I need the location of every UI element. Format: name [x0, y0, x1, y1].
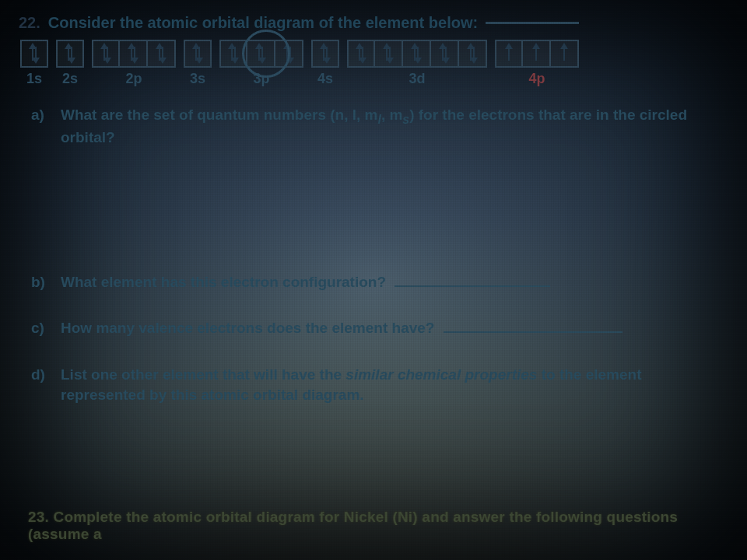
answer-blank-c[interactable] [444, 331, 622, 333]
orbital-label-3s: 3s [190, 71, 205, 88]
title-blank-line [486, 22, 579, 24]
subquestion-d-letter: d) [31, 365, 50, 404]
orbital-box [120, 40, 148, 68]
orbital-label-4p: 4p [528, 71, 545, 88]
subquestion-d: d) List one other element that will have… [31, 365, 728, 404]
orbital-box [459, 40, 487, 68]
orbital-box [20, 40, 48, 68]
orbital-group-2p: 2p [92, 40, 176, 88]
answer-blank-b[interactable] [395, 285, 550, 287]
subquestion-a: a) What are the set of quantum numbers (… [31, 105, 728, 148]
orbital-box [311, 40, 339, 68]
subquestion-c-letter: c) [31, 318, 50, 338]
orbital-boxes-1s [20, 40, 48, 68]
orbital-box [275, 40, 303, 68]
subquestion-c: c) How many valence electrons does the e… [31, 318, 728, 338]
orbital-label-3p: 3p [253, 71, 269, 88]
subquestion-b-text: What element has this electron configura… [61, 272, 728, 292]
question-23-partial: 23. Complete the atomic orbital diagram … [28, 509, 736, 543]
orbital-boxes-4p [495, 40, 579, 68]
orbital-box [92, 40, 120, 68]
orbital-label-4s: 4s [317, 71, 333, 88]
subquestion-b: b) What element has this electron config… [31, 272, 728, 292]
orbital-box [347, 40, 375, 68]
orbital-box [148, 40, 176, 68]
orbital-boxes-3s [184, 40, 212, 68]
orbital-diagram: 1s2s2p3s3p4s3d4p [20, 40, 728, 88]
orbital-box [403, 40, 431, 68]
question-22-title-row: 22. Consider the atomic orbital diagram … [19, 14, 728, 32]
orbital-box [56, 40, 84, 68]
orbital-boxes-4s [311, 40, 339, 68]
subquestion-a-letter: a) [31, 105, 50, 148]
orbital-label-2p: 2p [125, 71, 142, 88]
subquestion-a-text: What are the set of quantum numbers (n, … [61, 105, 728, 148]
orbital-group-3p: 3p [219, 40, 303, 88]
question-number: 22. [19, 14, 40, 32]
orbital-box [219, 40, 247, 68]
orbital-group-2s: 2s [56, 40, 84, 88]
orbital-box [551, 40, 579, 68]
orbital-boxes-3d [347, 40, 487, 68]
question-title: Consider the atomic orbital diagram of t… [48, 14, 478, 32]
orbital-box [375, 40, 403, 68]
subquestion-c-text: How many valence electrons does the elem… [61, 318, 728, 338]
orbital-group-4p: 4p [495, 40, 579, 88]
orbital-boxes-3p [219, 40, 303, 68]
orbital-label-2s: 2s [62, 71, 78, 88]
subquestion-d-text: List one other element that will have th… [61, 365, 728, 404]
orbital-group-3d: 3d [347, 40, 487, 88]
orbital-label-1s: 1s [26, 71, 42, 88]
orbital-group-3s: 3s [184, 40, 212, 88]
orbital-boxes-2s [56, 40, 84, 68]
orbital-label-3d: 3d [409, 71, 425, 88]
orbital-boxes-2p [92, 40, 176, 68]
orbital-group-1s: 1s [20, 40, 48, 88]
orbital-box [184, 40, 212, 68]
orbital-box [247, 40, 275, 68]
orbital-group-4s: 4s [311, 40, 339, 88]
orbital-box [495, 40, 523, 68]
orbital-box [523, 40, 551, 68]
subquestion-b-letter: b) [31, 272, 50, 292]
orbital-box [431, 40, 459, 68]
